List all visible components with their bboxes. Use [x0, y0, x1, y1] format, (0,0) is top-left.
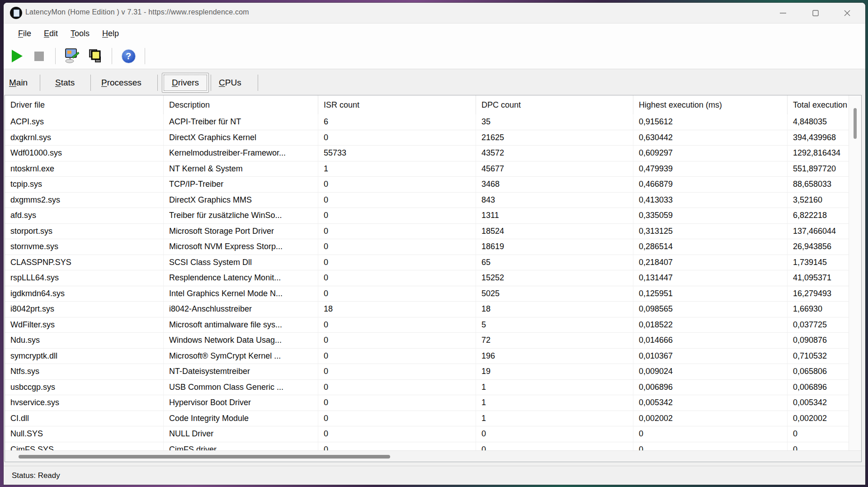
table-row[interactable]: hvservice.sys Hypervisor Boot Driver 0 1… [5, 395, 849, 411]
cell-dpc-count: 0 [476, 442, 633, 451]
cell-total-execution: 1,739145 [788, 255, 849, 270]
tab-processes[interactable]: Processes [97, 73, 146, 93]
cell-isr-count: 55733 [318, 146, 476, 161]
table-rows: ACPI.sys ACPI-Treiber für NT 6 35 0,9156… [5, 114, 849, 450]
menu-edit[interactable]: Edit [39, 27, 62, 40]
cell-driver-file: ntoskrnl.exe [5, 161, 164, 177]
cell-driver-file: Null.SYS [5, 426, 164, 442]
table-row[interactable]: Wdf01000.sys Kernelmodustreiber-Framewor… [5, 146, 849, 161]
cell-description: Treiber für zusätzliche WinSo... [164, 208, 318, 223]
table-row[interactable]: ACPI.sys ACPI-Treiber für NT 6 35 0,9156… [5, 114, 849, 130]
minimize-button[interactable] [769, 3, 797, 23]
drivers-table: Driver file Description ISR count DPC co… [5, 95, 862, 462]
table-row[interactable]: igdkmdn64.sys Intel Graphics Kernel Mode… [5, 286, 849, 302]
cell-dpc-count: 19 [476, 364, 633, 379]
cell-description: Hypervisor Boot Driver [164, 395, 318, 411]
table-row[interactable]: i8042prt.sys i8042-Anschlusstreiber 18 1… [5, 302, 849, 317]
cell-total-execution: 0,005342 [788, 395, 849, 411]
cell-isr-count: 6 [318, 114, 476, 130]
horizontal-scrollbar-thumb[interactable] [19, 455, 390, 459]
table-row[interactable]: Ntfs.sys NT-Dateisystemtreiber 0 19 0,00… [5, 364, 849, 380]
cell-highest-execution: 0,131447 [633, 270, 788, 286]
table-row[interactable]: CLASSPNP.SYS SCSI Class System Dll 0 65 … [5, 255, 849, 271]
cell-total-execution: 0,006896 [788, 380, 849, 395]
table-row[interactable]: Ndu.sys Windows Network Data Usag... 0 7… [5, 333, 849, 349]
tab-stats[interactable]: Stats [51, 73, 79, 93]
cell-total-execution: 0 [788, 442, 849, 451]
vertical-scrollbar-thumb[interactable] [854, 108, 857, 139]
table-row[interactable]: usbccgp.sys USB Common Class Generic ...… [5, 380, 849, 396]
monitor-edit-icon [63, 47, 81, 65]
table-row[interactable]: rspLLL64.sys Resplendence Latency Monit.… [5, 270, 849, 286]
column-header-description[interactable]: Description [164, 95, 318, 114]
cell-description: Code Integrity Module [164, 411, 318, 426]
menu-help[interactable]: Help [98, 27, 123, 40]
cell-total-execution: 41,095371 [788, 270, 849, 286]
help-button[interactable]: ? [117, 46, 140, 66]
tab-cpus[interactable]: CPUs [214, 73, 246, 93]
cell-total-execution: 6,822218 [788, 208, 849, 223]
app-window: LatencyMon (Home Edition ) v 7.31 - http… [4, 3, 865, 485]
table-row[interactable]: afd.sys Treiber für zusätzliche WinSo...… [5, 208, 849, 224]
cell-highest-execution: 0,313125 [633, 224, 788, 239]
cell-driver-file: stornvme.sys [5, 239, 164, 255]
cell-description: ACPI-Treiber für NT [164, 114, 318, 130]
cell-driver-file: igdkmdn64.sys [5, 286, 164, 302]
tab-drivers[interactable]: Drivers [162, 73, 209, 93]
table-row[interactable]: Null.SYS NULL Driver 0 0 0 0 [5, 426, 849, 442]
table-row[interactable]: storport.sys Microsoft Storage Port Driv… [5, 224, 849, 240]
cell-highest-execution: 0,125951 [633, 286, 788, 302]
cell-total-execution: 4,848035 [788, 114, 849, 130]
tab-main[interactable]: Main [5, 73, 32, 93]
cell-dpc-count: 35 [476, 114, 633, 130]
cell-driver-file: usbccgp.sys [5, 380, 164, 395]
screen-report-button[interactable] [60, 46, 84, 66]
cell-dpc-count: 1 [476, 395, 633, 411]
table-row[interactable]: dxgmms2.sys DirectX Graphics MMS 0 843 0… [5, 193, 849, 208]
cell-driver-file: ACPI.sys [5, 114, 164, 130]
menu-tools[interactable]: Tools [66, 27, 94, 40]
tab-separator [258, 75, 258, 91]
table-row[interactable]: symcryptk.dll Microsoft® SymCrypt Kernel… [5, 349, 849, 364]
table-row[interactable]: CI.dll Code Integrity Module 0 1 0,00200… [5, 411, 849, 427]
cell-description: TCP/IP-Treiber [164, 177, 318, 192]
column-header-highest-execution[interactable]: Highest execution (ms) [633, 95, 788, 114]
column-header-isr-count[interactable]: ISR count [318, 95, 476, 114]
table-row[interactable]: dxgkrnl.sys DirectX Graphics Kernel 0 21… [5, 130, 849, 146]
cell-dpc-count: 5 [476, 317, 633, 333]
menu-file[interactable]: File [14, 27, 36, 40]
vertical-scrollbar[interactable] [849, 95, 861, 450]
cell-description: Resplendence Latency Monit... [164, 270, 318, 286]
table-row[interactable]: WdFilter.sys Microsoft antimalware file … [5, 317, 849, 333]
cell-driver-file: hvservice.sys [5, 395, 164, 411]
cell-description: Kernelmodustreiber-Framewor... [164, 146, 318, 161]
stop-monitoring-button[interactable] [27, 46, 51, 66]
cell-highest-execution: 0,006896 [633, 380, 788, 395]
maximize-button[interactable] [801, 3, 830, 23]
close-button[interactable] [833, 3, 862, 23]
table-row[interactable]: CimFS.SYS CimFS driver 0 0 0 0 [5, 442, 849, 451]
maximize-icon [812, 9, 819, 17]
horizontal-scrollbar[interactable] [5, 450, 861, 462]
stop-icon [34, 52, 44, 61]
cell-description: CimFS driver [164, 442, 318, 451]
table-row[interactable]: tcpip.sys TCP/IP-Treiber 0 3468 0,466879… [5, 177, 849, 193]
cell-dpc-count: 5025 [476, 286, 633, 302]
table-row[interactable]: stornvme.sys Microsoft NVM Express Storp… [5, 239, 849, 255]
cell-driver-file: Ntfs.sys [5, 364, 164, 379]
cell-dpc-count: 3468 [476, 177, 633, 192]
cell-description: NULL Driver [164, 426, 318, 442]
cell-highest-execution: 0,630442 [633, 130, 788, 146]
column-header-dpc-count[interactable]: DPC count [476, 95, 633, 114]
cell-description: USB Common Class Generic ... [164, 380, 318, 395]
start-monitoring-button[interactable] [4, 46, 27, 66]
table-row[interactable]: ntoskrnl.exe NT Kernel & System 1 45677 … [5, 161, 849, 177]
cell-total-execution: 0,710532 [788, 349, 849, 364]
processes-window-button[interactable] [84, 46, 107, 66]
layers-icon [86, 47, 104, 65]
cell-description: DirectX Graphics MMS [164, 193, 318, 208]
cell-dpc-count: 1311 [476, 208, 633, 223]
column-header-driver-file[interactable]: Driver file [5, 95, 164, 114]
cell-driver-file: afd.sys [5, 208, 164, 223]
cell-dpc-count: 0 [476, 426, 633, 442]
